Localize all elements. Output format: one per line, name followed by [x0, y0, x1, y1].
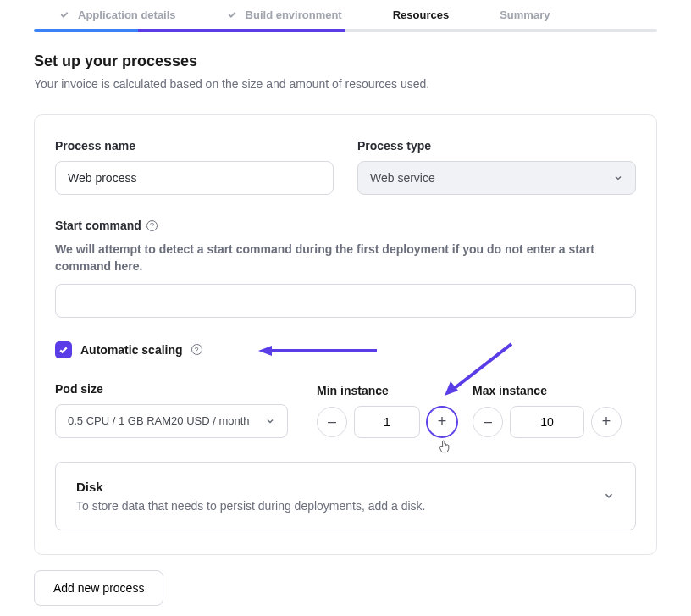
min-instance-label: Min instance	[317, 384, 457, 397]
step-summary[interactable]: Summary	[500, 8, 550, 21]
info-icon[interactable]: ?	[191, 344, 202, 355]
max-increment-button[interactable]: +	[591, 407, 622, 437]
process-type-value: Web service	[370, 171, 435, 185]
chevron-down-icon	[613, 173, 623, 183]
plus-icon: +	[438, 413, 447, 430]
pod-size-select[interactable]: 0.5 CPU / 1 GB RAM20 USD / month	[55, 404, 288, 438]
process-card: Process name Process type Web service St…	[34, 114, 657, 555]
page-subtitle: Your invoice is calculated based on the …	[34, 77, 657, 91]
disk-description: To store data that needs to persist duri…	[76, 499, 425, 513]
add-process-button[interactable]: Add new process	[34, 570, 163, 606]
annotation-arrow-icon	[258, 344, 377, 358]
step-label: Summary	[500, 8, 550, 21]
chevron-down-icon	[265, 416, 275, 426]
step-label: Resources	[393, 8, 449, 21]
page-title: Set up your processes	[34, 53, 657, 70]
check-icon	[59, 9, 69, 19]
max-instance-label: Max instance	[473, 384, 622, 397]
process-type-select[interactable]: Web service	[357, 161, 636, 195]
step-label: Application details	[78, 8, 176, 21]
pod-size-label: Pod size	[55, 382, 288, 396]
min-decrement-button[interactable]: –	[317, 407, 347, 437]
minus-icon: –	[484, 413, 492, 430]
process-name-input[interactable]	[55, 161, 334, 195]
auto-scaling-checkbox[interactable]	[55, 341, 72, 358]
progress-seg-6	[553, 29, 657, 32]
plus-icon: +	[602, 413, 611, 430]
auto-scaling-row: Automatic scaling ?	[55, 341, 636, 358]
check-icon	[227, 9, 237, 19]
step-resources[interactable]: Resources	[393, 8, 449, 21]
max-decrement-button[interactable]: –	[473, 407, 503, 437]
progress-seg-1	[34, 29, 138, 32]
progress-bar	[34, 29, 657, 32]
process-type-label: Process type	[357, 139, 636, 153]
disk-panel[interactable]: Disk To store data that needs to persist…	[55, 462, 636, 530]
start-command-input[interactable]	[55, 284, 636, 318]
process-name-label: Process name	[55, 139, 334, 153]
start-command-help: We will attempt to detect a start comman…	[55, 241, 636, 275]
max-instance-input[interactable]	[510, 406, 584, 438]
wizard-stepper: Application details Build environment Re…	[0, 0, 691, 29]
minus-icon: –	[328, 413, 336, 430]
check-icon	[58, 345, 69, 355]
cursor-pointer-icon	[438, 440, 451, 455]
info-icon[interactable]: ?	[146, 220, 158, 231]
pod-size-value: 0.5 CPU / 1 GB RAM20 USD / month	[68, 414, 250, 427]
auto-scaling-label: Automatic scaling	[80, 343, 183, 357]
start-command-label: Start command ?	[55, 219, 636, 232]
step-build-environment[interactable]: Build environment	[227, 8, 342, 21]
progress-seg-5	[450, 29, 554, 32]
progress-seg-3	[241, 29, 346, 32]
min-instance-input[interactable]	[354, 406, 420, 438]
start-command-label-text: Start command	[55, 219, 141, 232]
step-application-details[interactable]: Application details	[59, 8, 176, 21]
step-label: Build environment	[246, 8, 342, 21]
disk-title: Disk	[76, 480, 425, 494]
progress-seg-2	[138, 29, 242, 32]
progress-seg-4	[346, 29, 450, 32]
min-increment-button[interactable]: +	[427, 407, 457, 437]
chevron-down-icon	[603, 490, 615, 502]
